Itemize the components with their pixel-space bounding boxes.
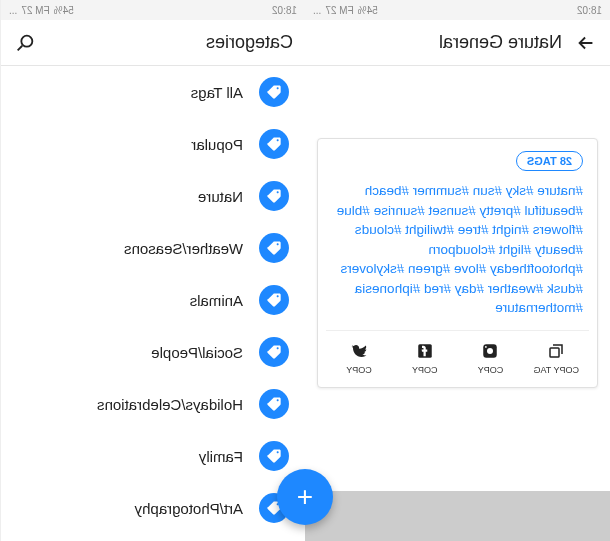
twitter-icon xyxy=(349,341,369,361)
svg-point-5 xyxy=(21,35,32,46)
list-item[interactable]: Animals xyxy=(1,274,305,326)
search-icon[interactable] xyxy=(13,31,37,55)
list-item-label: Weather/Seasons xyxy=(124,240,243,257)
plus-icon: + xyxy=(297,481,313,513)
list-item[interactable]: Popular xyxy=(1,118,305,170)
tag-icon xyxy=(259,337,289,367)
svg-rect-0 xyxy=(550,348,559,357)
status-net-2: 54% xyxy=(54,5,74,16)
copy-facebook-action[interactable]: COPY xyxy=(392,341,458,375)
status-dots: ... xyxy=(313,5,321,16)
copy-tag-action[interactable]: COPY TAG xyxy=(523,341,589,375)
tag-card: 28 TAGS #nature #sky #sun #summer #beach… xyxy=(317,138,598,388)
hashtags-text: #nature #sky #sun #summer #beach #beauti… xyxy=(332,181,583,318)
facebook-icon xyxy=(415,341,435,361)
add-fab[interactable]: + xyxy=(277,469,333,525)
list-item-label: Social/People xyxy=(151,344,243,361)
list-item[interactable]: Holidays/Celebrations xyxy=(1,378,305,430)
tag-icon xyxy=(259,285,289,315)
list-item[interactable]: Weather/Seasons xyxy=(1,222,305,274)
tag-icon xyxy=(259,233,289,263)
list-item[interactable]: Family xyxy=(1,430,305,482)
instagram-icon xyxy=(480,341,500,361)
card-actions: COPY TAG COPY COPY xyxy=(326,330,589,375)
back-arrow-icon[interactable] xyxy=(574,31,598,55)
svg-point-3 xyxy=(485,346,487,348)
status-carrier-2: FM 27 xyxy=(21,5,49,16)
copy-icon xyxy=(546,341,566,361)
tag-icon xyxy=(259,441,289,471)
list-item[interactable]: All Tags xyxy=(1,66,305,118)
detail-screen: 18:02 54% FM 27 ... Nature General 28 TA… xyxy=(305,0,610,541)
bottom-bar xyxy=(305,491,610,541)
list-item-label: Popular xyxy=(191,136,243,153)
copy-tag-label: COPY TAG xyxy=(533,365,579,375)
status-time: 18:02 xyxy=(577,5,602,16)
copy-tw-label: COPY xyxy=(346,365,372,375)
categories-screen: 18:02 54% FM 27 ... Categories All Tags … xyxy=(0,0,305,541)
list-item-label: Family xyxy=(199,448,243,465)
categories-title: Categories xyxy=(49,32,293,53)
list-item-label: All Tags xyxy=(191,84,243,101)
detail-header: Nature General xyxy=(305,20,610,66)
status-bar: 18:02 54% FM 27 ... xyxy=(305,0,610,20)
detail-title: Nature General xyxy=(317,32,562,53)
list-item[interactable]: Nature xyxy=(1,170,305,222)
list-item-label: Art/Photography xyxy=(135,500,243,517)
list-item[interactable]: Art/Photography xyxy=(1,482,305,534)
status-dots-2: ... xyxy=(9,5,17,16)
tag-icon xyxy=(259,389,289,419)
tag-icon xyxy=(259,181,289,211)
copy-instagram-action[interactable]: COPY xyxy=(458,341,524,375)
categories-list: All Tags Popular Nature Weather/Seasons … xyxy=(1,66,305,541)
tag-count-badge: 28 TAGS xyxy=(516,151,583,171)
categories-header: Categories xyxy=(1,20,305,66)
svg-point-2 xyxy=(487,348,493,354)
list-item-label: Holidays/Celebrations xyxy=(97,396,243,413)
copy-ig-label: COPY xyxy=(478,365,504,375)
copy-fb-label: COPY xyxy=(412,365,438,375)
status-bar-2: 18:02 54% FM 27 ... xyxy=(1,0,305,20)
status-net: 54% xyxy=(358,5,378,16)
copy-twitter-action[interactable]: COPY xyxy=(326,341,392,375)
list-item-label: Animals xyxy=(190,292,243,309)
status-carrier: FM 27 xyxy=(325,5,353,16)
status-time-2: 18:02 xyxy=(272,5,297,16)
tag-icon xyxy=(259,129,289,159)
list-item[interactable]: Social/People xyxy=(1,326,305,378)
list-item-label: Nature xyxy=(198,188,243,205)
tag-icon xyxy=(259,77,289,107)
